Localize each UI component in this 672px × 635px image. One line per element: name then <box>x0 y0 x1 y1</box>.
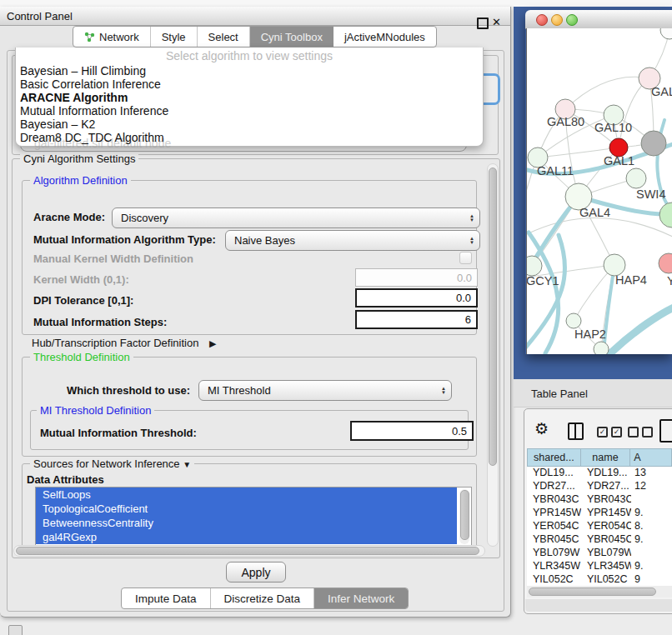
list-scrollbar[interactable] <box>459 489 469 544</box>
attribute-item[interactable]: TopologicalCoefficient <box>36 502 457 516</box>
network-canvas[interactable]: GALGAL80GAL10GAL1GAL11SWI4GAL4GCY1HAP4YH… <box>526 28 672 354</box>
deselect-all-icon[interactable] <box>628 427 653 438</box>
settings-group-title: Cyni Algorithm Settings <box>20 152 138 165</box>
close-icon[interactable]: ✕ <box>492 16 501 28</box>
aracne-mode-combo[interactable]: Discovery ▲▼ <box>112 208 480 228</box>
table-cell: YDL19... <box>581 467 631 480</box>
kernel-width-field[interactable]: 0.0 <box>355 268 478 287</box>
network-node-gcy1[interactable] <box>527 256 542 276</box>
table-row[interactable]: YER054CYER054C8. <box>527 520 672 533</box>
kernel-width-label: Kernel Width (0,1): <box>33 273 129 286</box>
table-row[interactable]: YDL19...YDL19...13 <box>527 467 672 480</box>
algorithm-option[interactable]: ARACNE Algorithm <box>16 91 483 104</box>
mi-algorithm-type-combo[interactable]: Naive Bayes ▲▼ <box>225 230 480 251</box>
dpi-tolerance-field[interactable]: 0.0 <box>355 288 478 308</box>
attribute-item[interactable]: gal4RGexp <box>36 530 457 544</box>
table-cell: YBL079W <box>527 547 581 560</box>
table-cell: YLR345W <box>581 560 631 573</box>
threshold-definition-title: Threshold Definition <box>30 351 133 363</box>
network-node[interactable] <box>641 131 666 156</box>
hub-definition-label: Hub/Transcription Factor Definition <box>32 337 198 349</box>
algorithm-option[interactable]: Bayesian – K2 <box>16 118 483 131</box>
network-node-swi4[interactable] <box>626 168 646 188</box>
control-panel-titlebar: Control Panel <box>0 7 510 26</box>
algorithm-option[interactable]: Basic Correlation Inference <box>16 78 483 91</box>
table-cell: YDR27... <box>581 480 631 493</box>
combo-arrows-icon: ▲▼ <box>469 214 474 222</box>
network-edge <box>610 307 672 353</box>
network-node[interactable] <box>659 202 672 228</box>
algorithm-definition-title: Algorithm Definition <box>30 174 131 187</box>
network-node[interactable] <box>660 28 672 39</box>
table-row[interactable]: YIL052CYIL052C9 <box>527 573 672 586</box>
settings-horizontal-scrollbar[interactable] <box>13 545 485 557</box>
node-label: GAL80 <box>547 115 584 128</box>
table-row[interactable]: YDR27...YDR27...12 <box>527 480 672 493</box>
table-cell: 9 <box>631 573 672 586</box>
zoom-traffic-light-icon[interactable] <box>566 14 578 26</box>
table-row[interactable]: YBR045CYBR045C9. <box>527 533 672 547</box>
algorithm-option[interactable]: Bayesian – Hill Climbing <box>16 64 483 78</box>
bottom-tab-bar: Impute DataDiscretize DataInfer Network <box>121 588 409 609</box>
tab-select[interactable]: Select <box>198 27 250 47</box>
table-row[interactable]: YPR145WYPR145W9. <box>527 507 672 520</box>
node-label: GAL10 <box>594 121 632 134</box>
tab-network[interactable]: Network <box>73 27 151 47</box>
table-cell <box>631 547 672 560</box>
column-header-3[interactable]: A <box>630 448 672 467</box>
minimize-traffic-light-icon[interactable] <box>551 14 563 26</box>
select-all-icon[interactable]: ✓✓ <box>597 427 622 438</box>
node-label: HAP4 <box>615 273 647 287</box>
algorithm-option[interactable]: Mutual Information Inference <box>16 104 483 118</box>
table-horizontal-scrollbar[interactable] <box>527 586 672 598</box>
node-label: GAL <box>651 85 672 98</box>
apply-button[interactable]: Apply <box>226 562 286 582</box>
data-attributes-label: Data Attributes <box>27 473 104 486</box>
float-window-icon[interactable] <box>477 18 489 29</box>
table-cell: 13 <box>631 467 672 480</box>
node-label: GAL4 <box>579 206 610 219</box>
column-header-1[interactable]: shared... <box>527 448 581 467</box>
attribute-item[interactable]: SelfLoops <box>36 488 457 502</box>
tab-jactivemnodules[interactable]: jActiveMNodules <box>333 27 436 47</box>
mi-threshold-field[interactable]: 0.5 <box>350 421 474 441</box>
file-icon[interactable] <box>659 419 672 442</box>
close-traffic-light-icon[interactable] <box>536 14 548 26</box>
which-threshold-combo[interactable]: MI Threshold ▲▼ <box>198 380 452 401</box>
hub-definition-expander[interactable]: Hub/Transcription Factor Definition ▶ <box>32 337 216 349</box>
settings-vertical-scrollbar[interactable] <box>487 163 499 547</box>
node-label: Y <box>667 274 672 288</box>
column-header-2[interactable]: name <box>581 448 631 467</box>
sources-expander[interactable]: Sources for Network Inference ▼ <box>30 458 194 470</box>
app-root: Control Panel ✕ NetworkStyleSelectCyni T… <box>0 0 672 635</box>
network-node-hap2[interactable] <box>566 313 581 328</box>
table-row[interactable]: YBR043CYBR043C <box>527 493 672 507</box>
bottom-tab-infer-network[interactable]: Infer Network <box>314 588 408 608</box>
which-threshold-label: Which threshold to use: <box>67 384 190 397</box>
bottom-tab-impute-data[interactable]: Impute Data <box>122 588 211 608</box>
table-cell: YBR045C <box>527 533 581 547</box>
tab-cyni-toolbox[interactable]: Cyni Toolbox <box>250 27 333 47</box>
dpi-tolerance-label: DPI Tolerance [0,1]: <box>33 294 133 307</box>
mi-steps-label: Mutual Information Steps: <box>33 316 167 328</box>
attribute-item[interactable]: BetweennessCentrality <box>36 516 457 530</box>
table-cell: YBL079W <box>581 547 631 560</box>
gear-icon[interactable]: ⚙ <box>534 419 549 438</box>
network-node[interactable] <box>594 342 609 354</box>
expand-down-icon: ▼ <box>183 460 191 469</box>
table-row[interactable]: YBL079WYBL079W <box>527 547 672 560</box>
column-manager-icon[interactable] <box>568 422 584 440</box>
collapsed-panel-icon[interactable] <box>8 625 23 635</box>
algorithm-option[interactable]: Dream8 DC_TDC Algorithm <box>16 131 483 144</box>
table-row[interactable]: YLR345WYLR345W9. <box>527 560 672 573</box>
mi-steps-field[interactable]: 6 <box>355 310 478 329</box>
network-window-titlebar <box>525 10 672 29</box>
bottom-tab-discretize-data[interactable]: Discretize Data <box>211 588 315 608</box>
mi-threshold-label: Mutual Information Threshold: <box>40 427 197 439</box>
table-cell: 8. <box>631 520 672 533</box>
network-node-y[interactable] <box>659 253 672 273</box>
manual-kernel-checkbox[interactable] <box>459 252 472 264</box>
node-label: GAL11 <box>537 164 574 178</box>
tab-style[interactable]: Style <box>151 27 198 47</box>
table-panel-header: Table Panel <box>514 379 672 408</box>
